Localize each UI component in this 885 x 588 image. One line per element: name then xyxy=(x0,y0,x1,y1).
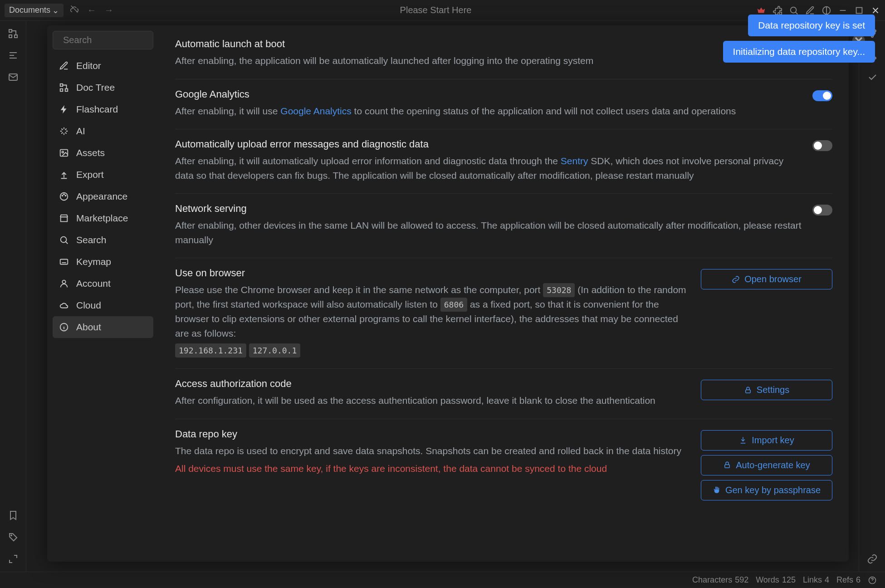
help-icon[interactable] xyxy=(868,576,877,585)
sentry-link[interactable]: Sentry xyxy=(561,156,588,166)
expand-icon[interactable] xyxy=(8,554,19,564)
back-icon[interactable]: ← xyxy=(85,3,98,17)
setting-warning: All devices must use the same key, if th… xyxy=(175,461,692,476)
refs-value: 6 xyxy=(856,575,861,585)
setting-google-analytics: Google Analytics After enabling, it will… xyxy=(175,79,832,130)
svg-rect-16 xyxy=(60,84,63,87)
sidebar-item-search[interactable]: Search xyxy=(53,229,153,251)
svg-rect-17 xyxy=(65,89,68,92)
edit-icon[interactable] xyxy=(805,5,815,15)
sidebar-item-keymap[interactable]: Keymap xyxy=(53,251,153,273)
window-title: Please Start Here xyxy=(115,5,756,15)
setting-data-repo-key: Data repo key The data repo is used to e… xyxy=(175,419,832,511)
gen-key-passphrase-button[interactable]: Gen key by passphrase xyxy=(701,480,832,500)
settings-modal: EditorDoc TreeFlashcardAIAssetsExportApp… xyxy=(47,25,849,562)
cloud-off-icon[interactable] xyxy=(68,3,81,18)
sidebar-item-label: Search xyxy=(76,235,107,245)
tree-icon xyxy=(59,83,69,93)
person-icon xyxy=(59,279,69,289)
network-toggle[interactable] xyxy=(812,205,832,216)
settings-content: Automatic launch at boot After enabling,… xyxy=(159,25,849,562)
svg-rect-29 xyxy=(746,390,751,393)
links-value: 4 xyxy=(825,575,829,585)
port-chip-2: 6806 xyxy=(440,298,467,312)
chars-value: 592 xyxy=(735,575,748,585)
keyboard-icon xyxy=(59,257,69,267)
sidebar-item-assets[interactable]: Assets xyxy=(53,142,153,164)
sidebar-item-label: Keymap xyxy=(76,256,111,267)
inbox-icon[interactable] xyxy=(8,72,19,83)
left-rail xyxy=(0,21,26,572)
sidebar-item-appearance[interactable]: Appearance xyxy=(53,186,153,207)
forward-icon[interactable]: → xyxy=(103,3,115,17)
svg-point-22 xyxy=(62,195,63,196)
chars-label: Characters xyxy=(692,575,732,585)
ga-toggle[interactable] xyxy=(812,90,832,101)
sidebar-item-editor[interactable]: Editor xyxy=(53,55,153,77)
sidebar-item-cloud[interactable]: Cloud xyxy=(53,294,153,316)
sidebar-item-label: Account xyxy=(76,278,111,289)
sidebar-item-label: Export xyxy=(76,169,104,180)
sidebar-item-label: Flashcard xyxy=(76,104,118,115)
search-icon[interactable] xyxy=(789,5,799,15)
setting-title: Network serving xyxy=(175,203,803,215)
link-icon xyxy=(732,275,740,284)
svg-rect-5 xyxy=(9,35,12,38)
setting-title: Use on browser xyxy=(175,267,692,279)
status-bar: Characters592 Words125 Links4 Refs6 xyxy=(0,572,885,588)
ga-link[interactable]: Google Analytics xyxy=(280,106,351,116)
download-icon xyxy=(739,436,747,444)
svg-point-25 xyxy=(61,237,67,243)
setting-desc: After enabling, it will automatically up… xyxy=(175,154,803,182)
svg-point-0 xyxy=(791,7,797,13)
upload-icon xyxy=(59,170,69,180)
backlinks-icon[interactable] xyxy=(867,554,878,564)
svg-rect-26 xyxy=(60,260,68,265)
check-icon[interactable] xyxy=(867,72,878,83)
extension-icon[interactable] xyxy=(773,5,782,15)
cloud-icon xyxy=(59,300,69,310)
close-icon[interactable] xyxy=(870,5,880,15)
settings-sidebar: EditorDoc TreeFlashcardAIAssetsExportApp… xyxy=(47,25,159,562)
setting-access-auth: Access authorization code After configur… xyxy=(175,369,832,419)
sidebar-item-ai[interactable]: AI xyxy=(53,120,153,142)
import-key-button[interactable]: Import key xyxy=(701,430,832,451)
auth-settings-button[interactable]: Settings xyxy=(701,380,832,400)
svg-point-24 xyxy=(65,195,66,196)
setting-desc: After enabling, it will use Google Analy… xyxy=(175,104,803,118)
refs-label: Refs xyxy=(836,575,853,585)
addr-chip-1: 192.168.1.231 xyxy=(175,343,246,358)
tag-icon[interactable] xyxy=(8,532,19,543)
minimize-icon[interactable] xyxy=(838,5,848,15)
bookmark-icon[interactable] xyxy=(8,510,19,521)
doc-tree-icon[interactable] xyxy=(8,28,19,39)
right-rail xyxy=(859,21,885,572)
search-field[interactable] xyxy=(53,31,153,49)
sidebar-item-flashcard[interactable]: Flashcard xyxy=(53,98,153,120)
workspace-dropdown[interactable]: Documents ⌄ xyxy=(5,4,64,17)
sidebar-item-label: AI xyxy=(76,126,85,137)
sidebar-item-label: Marketplace xyxy=(76,213,128,224)
open-browser-button[interactable]: Open browser xyxy=(701,269,832,289)
sidebar-item-doc-tree[interactable]: Doc Tree xyxy=(53,77,153,98)
theme-icon[interactable] xyxy=(821,5,831,15)
crown-icon[interactable] xyxy=(756,5,766,15)
search-icon xyxy=(59,235,69,245)
sidebar-item-about[interactable]: About xyxy=(53,316,153,338)
store-icon xyxy=(59,213,69,223)
diag-toggle[interactable] xyxy=(812,140,832,151)
setting-desc: Please use the Chrome browser and keep i… xyxy=(175,283,692,358)
sidebar-item-label: Editor xyxy=(76,60,101,71)
setting-desc: After configuration, it will be used as … xyxy=(175,393,692,408)
maximize-icon[interactable] xyxy=(854,5,864,15)
toast-1: Data repository key is set xyxy=(748,15,875,36)
sidebar-item-account[interactable]: Account xyxy=(53,273,153,294)
sidebar-item-label: About xyxy=(76,322,101,333)
sidebar-item-export[interactable]: Export xyxy=(53,164,153,186)
svg-rect-3 xyxy=(9,29,12,32)
sidebar-item-marketplace[interactable]: Marketplace xyxy=(53,207,153,229)
outline-icon[interactable] xyxy=(8,50,19,61)
svg-rect-2 xyxy=(856,7,862,13)
auto-gen-key-button[interactable]: Auto-generate key xyxy=(701,455,832,475)
info-icon xyxy=(59,322,69,332)
